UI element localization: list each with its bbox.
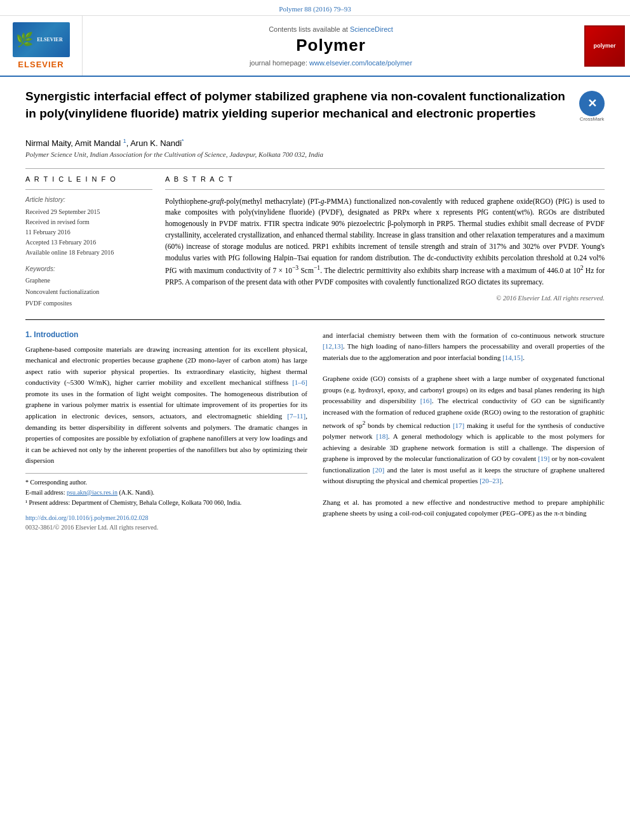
article-info-column: A R T I C L E I N F O Article history: R…	[25, 175, 152, 309]
email-link[interactable]: psu.akn@iacs.res.in	[67, 489, 117, 496]
article-content: Synergistic interfacial effect of polyme…	[0, 77, 630, 542]
ref-14-15: [14,15]	[502, 354, 523, 361]
crossmark-section: ✕ CrossMark	[579, 91, 605, 122]
bottom-links: http://dx.doi.org/10.1016/j.polymer.2016…	[25, 514, 307, 521]
introduction-paragraph-2: and interfacial chemistry between them w…	[323, 330, 605, 364]
article-info-heading: A R T I C L E I N F O	[25, 175, 152, 183]
header-divider	[25, 168, 605, 169]
keywords-label: Keywords:	[25, 265, 152, 272]
science-direct-text: Contents lists available at	[269, 25, 348, 33]
available-online-date: Available online 18 February 2016	[25, 248, 152, 258]
article-info-abstract-section: A R T I C L E I N F O Article history: R…	[25, 175, 605, 309]
footnote-section: * Corresponding author. E-mail address: …	[25, 473, 307, 508]
introduction-paragraph-4: Zhang et al. has promoted a new effectiv…	[323, 497, 605, 519]
article-info-divider	[25, 189, 152, 190]
copyright-line: © 2016 Elsevier Ltd. All rights reserved…	[165, 295, 605, 302]
body-columns: 1. Introduction Graphene-based composite…	[25, 330, 605, 531]
body-left-column: 1. Introduction Graphene-based composite…	[25, 330, 307, 531]
journal-citation: Polymer 88 (2016) 79–93	[279, 5, 351, 13]
journal-header: ELSEVIER ELSEVIER Contents lists availab…	[0, 16, 630, 77]
ref-17: [17]	[453, 421, 464, 429]
issn-line: 0032-3861/© 2016 Elsevier Ltd. All right…	[25, 524, 307, 531]
homepage-text: journal homepage:	[250, 59, 307, 67]
affiliation-line: Polymer Science Unit, Indian Association…	[25, 150, 605, 158]
ref-19: [19]	[538, 455, 549, 462]
main-divider	[25, 319, 605, 320]
science-direct-link[interactable]: ScienceDirect	[350, 25, 393, 33]
keyword-2: Noncovalent fuctionalization	[25, 286, 152, 298]
elsevier-logo-image: ELSEVIER	[13, 22, 70, 57]
page-container: Polymer 88 (2016) 79–93 ELSEVIER ELSEVIE…	[0, 0, 630, 542]
doi-link[interactable]: http://dx.doi.org/10.1016/j.polymer.2016…	[25, 514, 148, 521]
keyword-1: Graphene	[25, 275, 152, 286]
ref-20: [20]	[373, 466, 384, 474]
keywords-section: Keywords: Graphene Noncovalent fuctional…	[25, 265, 152, 309]
ref-20-23: [20–23]	[479, 477, 502, 484]
journal-citation-bar: Polymer 88 (2016) 79–93	[0, 0, 630, 16]
elsevier-text: ELSEVIER	[18, 60, 64, 69]
abstract-column: A B S T R A C T Polythiophene-graft-poly…	[165, 175, 605, 309]
elsevier-logo: ELSEVIER ELSEVIER	[13, 22, 70, 69]
introduction-paragraph-1: Graphene-based composite materials are d…	[25, 344, 307, 467]
received-revised-date: 11 February 2016	[25, 227, 152, 237]
elsevier-logo-section: ELSEVIER ELSEVIER	[0, 16, 83, 76]
body-right-column: and interfacial chemistry between them w…	[323, 330, 605, 531]
accepted-date: Accepted 13 February 2016	[25, 237, 152, 248]
received-revised-label: Received in revised form	[25, 217, 152, 227]
abstract-heading: A B S T R A C T	[165, 175, 605, 183]
ref-1-6: [1–6]	[292, 378, 307, 386]
footnote-1: ¹ Present address: Department of Chemist…	[25, 498, 307, 508]
history-label: Article history:	[25, 196, 152, 203]
journal-info-center: Contents lists available at ScienceDirec…	[83, 16, 579, 76]
ref-12-13: [12,13]	[323, 342, 343, 350]
corresponding-label: * Corresponding author.	[25, 479, 87, 486]
journal-title: Polymer	[296, 36, 366, 55]
ref-7-11: [7–11]	[287, 412, 305, 420]
abstract-divider	[165, 189, 605, 190]
journal-homepage-line: journal homepage: www.elsevier.com/locat…	[250, 59, 412, 67]
authors-line: Nirmal Maity, Amit Mandal 1, Arun K. Nan…	[25, 137, 605, 147]
abstract-text: Polythiophene-graft-poly(methyl methacry…	[165, 196, 605, 288]
authors-text: Nirmal Maity, Amit Mandal 1, Arun K. Nan…	[25, 138, 184, 148]
email-person: (A.K. Nandi).	[119, 489, 155, 496]
crossmark-icon: ✕	[579, 91, 605, 116]
footnote-email: E-mail address: psu.akn@iacs.res.in (A.K…	[25, 488, 307, 498]
introduction-paragraph-3: Graphene oxide (GO) consists of a graphe…	[323, 373, 605, 487]
received-date: Received 29 September 2015	[25, 207, 152, 217]
keyword-3: PVDF composites	[25, 298, 152, 309]
introduction-title: 1. Introduction	[25, 330, 307, 339]
ref-16: [16]	[420, 397, 432, 404]
polymer-logo-section: polymer	[579, 16, 630, 76]
science-direct-line: Contents lists available at ScienceDirec…	[269, 25, 393, 33]
homepage-link[interactable]: www.elsevier.com/locate/polymer	[309, 59, 412, 67]
footnote-corresponding: * Corresponding author.	[25, 477, 307, 488]
email-label: E-mail address:	[25, 489, 65, 496]
ref-18: [18]	[376, 432, 387, 440]
polymer-logo: polymer	[584, 25, 625, 67]
article-title: Synergistic interfacial effect of polyme…	[25, 88, 573, 122]
